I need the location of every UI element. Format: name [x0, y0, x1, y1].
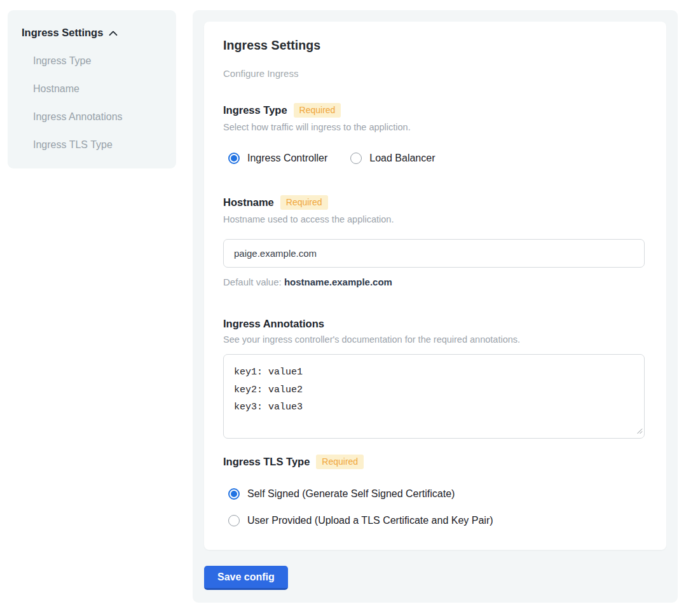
radio-option-self-signed[interactable]: Self Signed (Generate Self Signed Certif… — [228, 488, 646, 500]
required-badge: Required — [316, 455, 364, 469]
section-ingress-annotations: Ingress Annotations See your ingress con… — [223, 318, 646, 439]
section-hostname: Hostname Required Hostname used to acces… — [223, 195, 646, 287]
hostname-description: Hostname used to access the application. — [223, 214, 646, 224]
sidebar-item-ingress-type[interactable]: Ingress Type — [33, 55, 163, 67]
settings-sidebar: Ingress Settings Ingress Type Hostname I… — [8, 10, 176, 168]
sidebar-item-list: Ingress Type Hostname Ingress Annotation… — [22, 55, 163, 151]
ingress-tls-type-label: Ingress TLS Type — [223, 456, 310, 468]
ingress-annotations-description: See your ingress controller's documentat… — [223, 334, 646, 345]
radio-option-load-balancer[interactable]: Load Balancer — [350, 153, 435, 164]
radio-label: Ingress Controller — [247, 153, 327, 164]
page-subtitle: Configure Ingress — [223, 68, 646, 79]
radio-option-ingress-controller[interactable]: Ingress Controller — [228, 153, 327, 164]
radio-button-icon[interactable] — [228, 515, 240, 526]
section-ingress-tls-type: Ingress TLS Type Required Self Signed (G… — [223, 455, 646, 526]
sidebar-item-ingress-annotations[interactable]: Ingress Annotations — [33, 111, 163, 123]
default-value-text: hostname.example.com — [284, 277, 392, 287]
hostname-input[interactable] — [223, 239, 645, 268]
radio-label: User Provided (Upload a TLS Certificate … — [247, 515, 493, 526]
sidebar-item-ingress-tls-type[interactable]: Ingress TLS Type — [33, 139, 163, 151]
radio-button-icon[interactable] — [228, 488, 240, 500]
sidebar-group-label: Ingress Settings — [22, 27, 103, 39]
radio-button-icon[interactable] — [228, 153, 240, 164]
radio-label: Self Signed (Generate Self Signed Certif… — [247, 488, 455, 500]
tls-type-radio-group: Self Signed (Generate Self Signed Certif… — [223, 488, 646, 526]
section-ingress-type: Ingress Type Required Select how traffic… — [223, 103, 646, 164]
radio-option-user-provided[interactable]: User Provided (Upload a TLS Certificate … — [228, 515, 646, 526]
ingress-type-radio-group: Ingress Controller Load Balancer — [223, 153, 646, 164]
sidebar-group-ingress-settings[interactable]: Ingress Settings — [22, 27, 163, 39]
save-config-button[interactable]: Save config — [204, 566, 288, 590]
ingress-annotations-label: Ingress Annotations — [223, 318, 324, 330]
required-badge: Required — [280, 195, 328, 210]
hostname-default-line: Default value: hostname.example.com — [223, 277, 646, 287]
ingress-settings-card: Ingress Settings Configure Ingress Ingre… — [204, 22, 666, 550]
radio-button-icon[interactable] — [350, 153, 362, 164]
page-title: Ingress Settings — [223, 38, 646, 53]
ingress-settings-panel: Ingress Settings Configure Ingress Ingre… — [193, 10, 678, 603]
required-badge: Required — [294, 103, 341, 118]
ingress-type-description: Select how traffic will ingress to the a… — [223, 122, 646, 132]
sidebar-item-hostname[interactable]: Hostname — [33, 83, 163, 95]
ingress-annotations-textarea[interactable]: key1: value1 key2: value2 key3: value3 — [223, 354, 645, 439]
radio-label: Load Balancer — [369, 153, 435, 164]
ingress-type-label: Ingress Type — [223, 104, 287, 116]
default-value-label: Default value: — [223, 277, 284, 287]
hostname-label: Hostname — [223, 196, 274, 209]
chevron-up-icon — [109, 27, 118, 39]
